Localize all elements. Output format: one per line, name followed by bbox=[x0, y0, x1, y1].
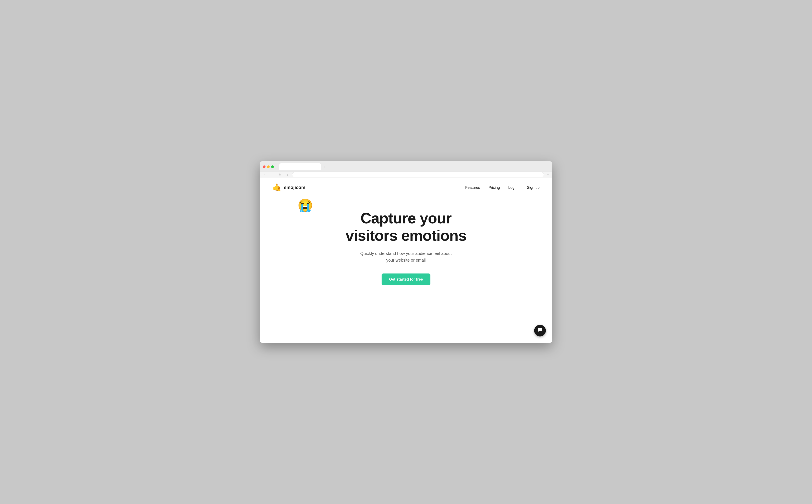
browser-title-bar: + bbox=[260, 161, 552, 171]
minimize-button[interactable] bbox=[267, 165, 270, 168]
nav-link-login[interactable]: Log in bbox=[508, 185, 519, 190]
browser-tabs: + bbox=[276, 163, 549, 170]
back-button[interactable]: ← bbox=[262, 172, 268, 178]
chat-button[interactable] bbox=[534, 325, 546, 336]
hero-section: 😭 Capture your visitors emotions Quickly… bbox=[260, 197, 552, 302]
nav-links: Features Pricing Log in Sign up bbox=[465, 185, 540, 190]
get-started-button[interactable]: Get started for free bbox=[381, 273, 431, 285]
forward-button[interactable]: → bbox=[269, 172, 275, 178]
traffic-lights bbox=[263, 165, 274, 168]
navigation: 🤙 emojicom Features Pricing Log in Sign … bbox=[260, 178, 552, 197]
browser-toolbar: ← → ↻ ⌕ ··· bbox=[260, 171, 552, 178]
maximize-button[interactable] bbox=[271, 165, 274, 168]
address-bar[interactable] bbox=[292, 172, 544, 177]
add-tab-button[interactable]: + bbox=[322, 164, 328, 170]
nav-link-features[interactable]: Features bbox=[465, 185, 480, 190]
browser-chrome: + ← → ↻ ⌕ ··· bbox=[260, 161, 552, 178]
hero-title: Capture your visitors emotions bbox=[345, 210, 466, 244]
refresh-button[interactable]: ↻ bbox=[277, 172, 283, 178]
browser-window: + ← → ↻ ⌕ ··· 🤙 emojicom Features Pricin… bbox=[260, 161, 552, 343]
search-button[interactable]: ⌕ bbox=[284, 172, 290, 178]
logo-icon: 🤙 bbox=[272, 184, 282, 191]
hero-subtitle: Quickly understand how your audience fee… bbox=[360, 250, 452, 263]
page-content: 🤙 emojicom Features Pricing Log in Sign … bbox=[260, 178, 552, 343]
logo-text: emojicom bbox=[284, 185, 305, 190]
logo[interactable]: 🤙 emojicom bbox=[272, 184, 305, 191]
nav-link-pricing[interactable]: Pricing bbox=[489, 185, 500, 190]
close-button[interactable] bbox=[263, 165, 265, 168]
more-options-button[interactable]: ··· bbox=[546, 173, 550, 176]
nav-link-signup[interactable]: Sign up bbox=[527, 185, 540, 190]
hero-emoji: 😭 bbox=[297, 199, 313, 212]
active-tab[interactable] bbox=[279, 163, 321, 170]
chat-icon bbox=[538, 328, 543, 334]
